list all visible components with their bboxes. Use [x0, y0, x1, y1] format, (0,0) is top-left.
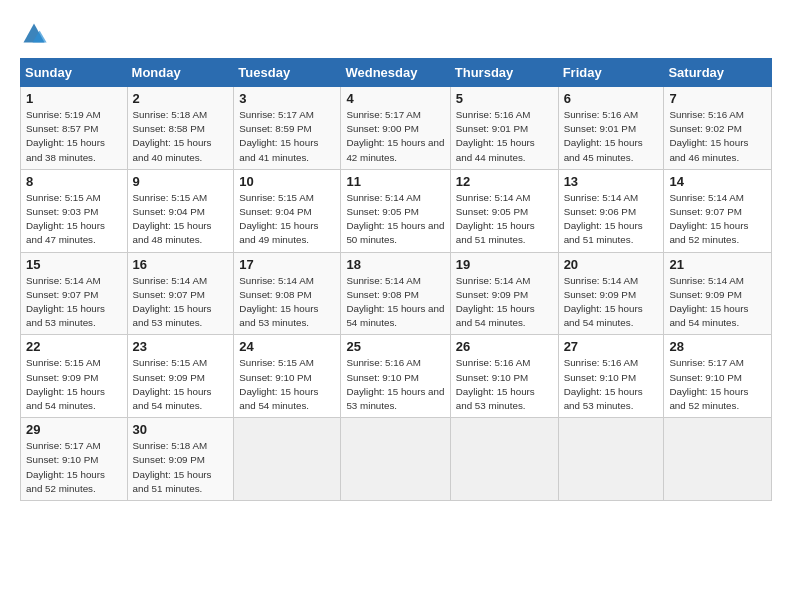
day-detail: Sunrise: 5:14 AMSunset: 9:09 PMDaylight:…: [669, 275, 748, 329]
day-number: 9: [133, 174, 229, 189]
calendar-cell: [341, 418, 450, 501]
day-detail: Sunrise: 5:14 AMSunset: 9:08 PMDaylight:…: [239, 275, 318, 329]
calendar-cell: 9 Sunrise: 5:15 AMSunset: 9:04 PMDayligh…: [127, 169, 234, 252]
day-detail: Sunrise: 5:17 AMSunset: 8:59 PMDaylight:…: [239, 109, 318, 163]
day-number: 16: [133, 257, 229, 272]
calendar-cell: 19 Sunrise: 5:14 AMSunset: 9:09 PMDaylig…: [450, 252, 558, 335]
weekday-header: Sunday: [21, 59, 128, 87]
calendar-cell: 25 Sunrise: 5:16 AMSunset: 9:10 PMDaylig…: [341, 335, 450, 418]
weekday-header: Tuesday: [234, 59, 341, 87]
header: [20, 18, 772, 46]
day-detail: Sunrise: 5:14 AMSunset: 9:07 PMDaylight:…: [669, 192, 748, 246]
weekday-header: Monday: [127, 59, 234, 87]
calendar-cell: 11 Sunrise: 5:14 AMSunset: 9:05 PMDaylig…: [341, 169, 450, 252]
calendar-cell: 10 Sunrise: 5:15 AMSunset: 9:04 PMDaylig…: [234, 169, 341, 252]
day-detail: Sunrise: 5:16 AMSunset: 9:01 PMDaylight:…: [456, 109, 535, 163]
day-number: 27: [564, 339, 659, 354]
calendar-cell: 29 Sunrise: 5:17 AMSunset: 9:10 PMDaylig…: [21, 418, 128, 501]
day-detail: Sunrise: 5:16 AMSunset: 9:10 PMDaylight:…: [456, 357, 535, 411]
calendar-week-row: 15 Sunrise: 5:14 AMSunset: 9:07 PMDaylig…: [21, 252, 772, 335]
day-detail: Sunrise: 5:15 AMSunset: 9:03 PMDaylight:…: [26, 192, 105, 246]
day-number: 10: [239, 174, 335, 189]
day-detail: Sunrise: 5:15 AMSunset: 9:10 PMDaylight:…: [239, 357, 318, 411]
calendar-cell: 21 Sunrise: 5:14 AMSunset: 9:09 PMDaylig…: [664, 252, 772, 335]
day-detail: Sunrise: 5:14 AMSunset: 9:06 PMDaylight:…: [564, 192, 643, 246]
day-number: 23: [133, 339, 229, 354]
day-detail: Sunrise: 5:14 AMSunset: 9:09 PMDaylight:…: [564, 275, 643, 329]
day-number: 19: [456, 257, 553, 272]
calendar-cell: 28 Sunrise: 5:17 AMSunset: 9:10 PMDaylig…: [664, 335, 772, 418]
calendar-cell: 30 Sunrise: 5:18 AMSunset: 9:09 PMDaylig…: [127, 418, 234, 501]
weekday-header: Saturday: [664, 59, 772, 87]
day-detail: Sunrise: 5:17 AMSunset: 9:10 PMDaylight:…: [669, 357, 748, 411]
day-number: 25: [346, 339, 444, 354]
day-number: 28: [669, 339, 766, 354]
calendar-week-row: 22 Sunrise: 5:15 AMSunset: 9:09 PMDaylig…: [21, 335, 772, 418]
day-number: 6: [564, 91, 659, 106]
calendar-week-row: 1 Sunrise: 5:19 AMSunset: 8:57 PMDayligh…: [21, 87, 772, 170]
calendar-cell: 18 Sunrise: 5:14 AMSunset: 9:08 PMDaylig…: [341, 252, 450, 335]
day-number: 11: [346, 174, 444, 189]
weekday-header: Wednesday: [341, 59, 450, 87]
day-number: 21: [669, 257, 766, 272]
calendar-cell: [558, 418, 664, 501]
day-detail: Sunrise: 5:18 AMSunset: 9:09 PMDaylight:…: [133, 440, 212, 494]
calendar-cell: 7 Sunrise: 5:16 AMSunset: 9:02 PMDayligh…: [664, 87, 772, 170]
day-number: 24: [239, 339, 335, 354]
calendar-cell: 24 Sunrise: 5:15 AMSunset: 9:10 PMDaylig…: [234, 335, 341, 418]
day-detail: Sunrise: 5:14 AMSunset: 9:07 PMDaylight:…: [133, 275, 212, 329]
day-number: 14: [669, 174, 766, 189]
calendar-cell: 27 Sunrise: 5:16 AMSunset: 9:10 PMDaylig…: [558, 335, 664, 418]
day-detail: Sunrise: 5:14 AMSunset: 9:08 PMDaylight:…: [346, 275, 444, 329]
day-number: 1: [26, 91, 122, 106]
day-detail: Sunrise: 5:14 AMSunset: 9:07 PMDaylight:…: [26, 275, 105, 329]
calendar-cell: 16 Sunrise: 5:14 AMSunset: 9:07 PMDaylig…: [127, 252, 234, 335]
calendar-cell: 2 Sunrise: 5:18 AMSunset: 8:58 PMDayligh…: [127, 87, 234, 170]
day-number: 2: [133, 91, 229, 106]
day-detail: Sunrise: 5:14 AMSunset: 9:05 PMDaylight:…: [346, 192, 444, 246]
day-number: 8: [26, 174, 122, 189]
day-detail: Sunrise: 5:14 AMSunset: 9:09 PMDaylight:…: [456, 275, 535, 329]
day-number: 22: [26, 339, 122, 354]
day-detail: Sunrise: 5:16 AMSunset: 9:10 PMDaylight:…: [564, 357, 643, 411]
day-detail: Sunrise: 5:17 AMSunset: 9:10 PMDaylight:…: [26, 440, 105, 494]
calendar-cell: 12 Sunrise: 5:14 AMSunset: 9:05 PMDaylig…: [450, 169, 558, 252]
day-number: 26: [456, 339, 553, 354]
calendar-cell: 5 Sunrise: 5:16 AMSunset: 9:01 PMDayligh…: [450, 87, 558, 170]
day-detail: Sunrise: 5:19 AMSunset: 8:57 PMDaylight:…: [26, 109, 105, 163]
calendar-cell: 15 Sunrise: 5:14 AMSunset: 9:07 PMDaylig…: [21, 252, 128, 335]
day-detail: Sunrise: 5:14 AMSunset: 9:05 PMDaylight:…: [456, 192, 535, 246]
day-detail: Sunrise: 5:16 AMSunset: 9:02 PMDaylight:…: [669, 109, 748, 163]
calendar-week-row: 29 Sunrise: 5:17 AMSunset: 9:10 PMDaylig…: [21, 418, 772, 501]
day-number: 13: [564, 174, 659, 189]
calendar-cell: [664, 418, 772, 501]
day-number: 18: [346, 257, 444, 272]
day-number: 7: [669, 91, 766, 106]
weekday-header: Friday: [558, 59, 664, 87]
weekday-header: Thursday: [450, 59, 558, 87]
header-row: SundayMondayTuesdayWednesdayThursdayFrid…: [21, 59, 772, 87]
day-detail: Sunrise: 5:16 AMSunset: 9:01 PMDaylight:…: [564, 109, 643, 163]
calendar-cell: 14 Sunrise: 5:14 AMSunset: 9:07 PMDaylig…: [664, 169, 772, 252]
calendar-cell: 1 Sunrise: 5:19 AMSunset: 8:57 PMDayligh…: [21, 87, 128, 170]
day-detail: Sunrise: 5:15 AMSunset: 9:09 PMDaylight:…: [26, 357, 105, 411]
day-number: 17: [239, 257, 335, 272]
day-number: 20: [564, 257, 659, 272]
calendar-cell: 8 Sunrise: 5:15 AMSunset: 9:03 PMDayligh…: [21, 169, 128, 252]
day-detail: Sunrise: 5:15 AMSunset: 9:04 PMDaylight:…: [133, 192, 212, 246]
logo-icon: [20, 18, 48, 46]
calendar-cell: [450, 418, 558, 501]
day-detail: Sunrise: 5:16 AMSunset: 9:10 PMDaylight:…: [346, 357, 444, 411]
calendar-table: SundayMondayTuesdayWednesdayThursdayFrid…: [20, 58, 772, 501]
day-number: 12: [456, 174, 553, 189]
day-number: 30: [133, 422, 229, 437]
day-detail: Sunrise: 5:17 AMSunset: 9:00 PMDaylight:…: [346, 109, 444, 163]
calendar-week-row: 8 Sunrise: 5:15 AMSunset: 9:03 PMDayligh…: [21, 169, 772, 252]
day-number: 15: [26, 257, 122, 272]
calendar-cell: 13 Sunrise: 5:14 AMSunset: 9:06 PMDaylig…: [558, 169, 664, 252]
day-number: 4: [346, 91, 444, 106]
main-container: SundayMondayTuesdayWednesdayThursdayFrid…: [0, 0, 792, 511]
calendar-cell: 20 Sunrise: 5:14 AMSunset: 9:09 PMDaylig…: [558, 252, 664, 335]
calendar-cell: 22 Sunrise: 5:15 AMSunset: 9:09 PMDaylig…: [21, 335, 128, 418]
day-detail: Sunrise: 5:15 AMSunset: 9:09 PMDaylight:…: [133, 357, 212, 411]
